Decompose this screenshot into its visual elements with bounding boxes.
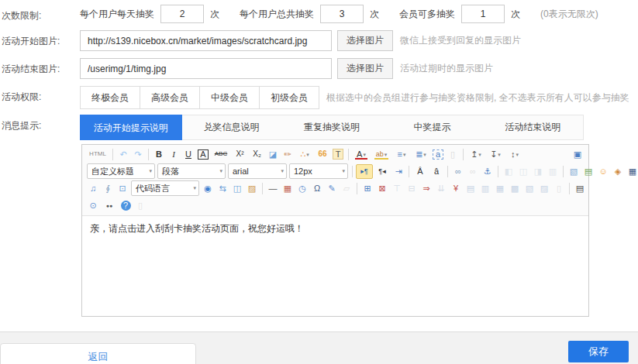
- cell-align-bottom-icon-glyph: ▦: [496, 184, 504, 193]
- message-tab-3[interactable]: 中奖提示: [382, 115, 483, 139]
- line-height-icon[interactable]: ↕▾: [505, 147, 524, 162]
- limit-input-0[interactable]: [160, 5, 204, 23]
- member-level-button-3[interactable]: 初级会员: [259, 87, 319, 108]
- attachment-icon[interactable]: ∮: [101, 181, 115, 196]
- message-tab-1[interactable]: 兑奖信息说明: [181, 115, 282, 139]
- message-tab-2[interactable]: 重复抽奖说明: [281, 115, 382, 139]
- back-button[interactable]: 返回: [0, 343, 196, 364]
- special-chars-icon[interactable]: Ω: [310, 181, 324, 196]
- member-level-button-2[interactable]: 中级会员: [199, 87, 259, 108]
- editor-content[interactable]: 亲，请点击进入刮刮卡抽奖活动页面，祝您好运哦！: [82, 216, 588, 316]
- paste-plain-icon[interactable]: T: [331, 147, 345, 162]
- italic-icon[interactable]: I: [167, 147, 181, 162]
- bold-icon[interactable]: B: [152, 147, 166, 162]
- member-level-button-1[interactable]: 高级会员: [140, 87, 199, 108]
- limit-input-2[interactable]: [461, 5, 505, 23]
- paragraph-spacing-top-icon[interactable]: ↥▾: [467, 147, 485, 162]
- blank-page-icon: ▯: [446, 147, 460, 162]
- strikethrough-icon[interactable]: ABC: [211, 147, 231, 162]
- insert-time-icon[interactable]: ◷: [295, 181, 309, 196]
- member-level-button-0[interactable]: 终极会员: [81, 87, 140, 108]
- eraser-icon[interactable]: ◪: [266, 147, 280, 162]
- autotypeset-icon[interactable]: ∴▾: [295, 147, 314, 162]
- end-image-pick-button[interactable]: 选择图片: [337, 58, 393, 79]
- attachment-icon-glyph: ∮: [105, 184, 110, 193]
- limit-input-1[interactable]: [320, 5, 364, 23]
- superscript-icon[interactable]: X²: [232, 147, 248, 162]
- start-image-input[interactable]: [80, 30, 332, 51]
- insert-date-icon[interactable]: ▦: [281, 181, 295, 196]
- footer: 返回 保存: [0, 331, 638, 364]
- to-lowercase-icon[interactable]: â: [429, 164, 444, 179]
- custom-title-select-value: 自定义标题: [91, 166, 134, 177]
- font-family-select[interactable]: arial▾: [228, 163, 287, 179]
- insert-formula-icon[interactable]: ✎: [325, 181, 339, 196]
- font-color-icon[interactable]: A▾: [352, 147, 371, 162]
- start-image-pick-button[interactable]: 选择图片: [337, 30, 393, 51]
- blank-page-icon-glyph: ▯: [450, 150, 455, 159]
- preview-icon[interactable]: ⊙: [86, 198, 100, 213]
- end-image-input[interactable]: [80, 58, 332, 79]
- indent-icon[interactable]: ⇥: [391, 164, 405, 179]
- emotion-icon[interactable]: ☺: [596, 164, 610, 179]
- paste-plain-icon-glyph: T: [333, 149, 344, 160]
- to-uppercase-icon[interactable]: Â: [412, 164, 428, 179]
- direction-ltr-icon[interactable]: ▸¶: [356, 164, 373, 179]
- ordered-list-icon-glyph: ≡: [398, 150, 402, 159]
- direction-rtl-icon[interactable]: ¶◂: [374, 164, 391, 179]
- search-replace-icon[interactable]: ●●: [101, 198, 118, 213]
- insert-image-icon[interactable]: ▧: [567, 164, 581, 179]
- source-code-icon[interactable]: HTML: [86, 147, 109, 162]
- link-icon[interactable]: ∞: [451, 164, 465, 179]
- merge-cells-icon-glyph: ⊟: [408, 184, 415, 193]
- highlight-color-icon[interactable]: ab▾: [371, 147, 391, 162]
- scrawl-icon-glyph: ◈: [615, 167, 621, 176]
- source-code-icon-glyph: HTML: [89, 151, 106, 157]
- insert-anchor-icon[interactable]: ⚓: [481, 164, 495, 179]
- message-tab-0[interactable]: 活动开始提示说明: [80, 115, 182, 140]
- ordered-list-icon[interactable]: ≡▾: [392, 147, 411, 162]
- chevron-down-icon: ▾: [363, 152, 366, 157]
- print-icon[interactable]: ▤: [573, 181, 587, 196]
- fullscreen-icon[interactable]: ▣: [571, 147, 585, 162]
- insert-code-icon[interactable]: ◉: [201, 181, 215, 196]
- paragraph-spacing-bottom-icon[interactable]: ↧▾: [486, 147, 505, 162]
- horizontal-rule-icon[interactable]: —: [266, 181, 280, 196]
- image-manager-icon[interactable]: ▤: [581, 164, 595, 179]
- scrawl-icon[interactable]: ◈: [611, 164, 625, 179]
- page-break-icon[interactable]: ⇆: [216, 181, 229, 196]
- subscript-icon[interactable]: X₂: [249, 147, 265, 162]
- undo-icon[interactable]: ↶: [116, 147, 130, 162]
- special-chars-icon-glyph: Ω: [314, 184, 320, 193]
- blockquote-icon[interactable]: 66: [315, 147, 330, 162]
- fullscreen-icon-glyph: ▣: [574, 150, 581, 159]
- undo-icon-glyph: ↶: [119, 150, 126, 159]
- underline-icon[interactable]: U: [181, 147, 195, 162]
- insert-table-icon[interactable]: ⊞: [360, 181, 374, 196]
- format-painter-icon[interactable]: ✏: [281, 147, 295, 162]
- background-color-icon[interactable]: ▨: [245, 181, 259, 196]
- delete-table-icon[interactable]: ⊠: [375, 181, 389, 196]
- help-icon[interactable]: ?: [119, 198, 133, 213]
- map-icon[interactable]: ⊡: [116, 181, 129, 196]
- format-painter-icon-glyph: ✏: [284, 150, 291, 159]
- font-border-icon[interactable]: A: [196, 147, 210, 162]
- autotypeset-icon-glyph: ∴: [300, 150, 305, 159]
- unordered-list-icon[interactable]: ≣▾: [412, 147, 430, 162]
- split-cell-icon[interactable]: ¥: [449, 181, 463, 196]
- toolbar-row: ⊙●●?▯: [86, 197, 585, 214]
- insert-formula-icon-glyph: ✎: [328, 184, 335, 193]
- image-align-right-icon: ◨: [531, 164, 545, 179]
- message-tab-4[interactable]: 活动结束说明: [482, 115, 583, 139]
- custom-title-select[interactable]: 自定义标题▾: [87, 163, 155, 179]
- anchor-icon[interactable]: a: [431, 147, 445, 162]
- insert-iframe-icon[interactable]: ◫: [230, 181, 244, 196]
- save-button[interactable]: 保存: [568, 341, 629, 362]
- paragraph-select[interactable]: 段落▾: [157, 163, 226, 179]
- code-language-select[interactable]: 代码语言▾: [131, 180, 199, 196]
- music-icon[interactable]: ♫: [86, 181, 100, 196]
- redo-icon[interactable]: ↷: [131, 147, 145, 162]
- font-size-select[interactable]: 12px▾: [289, 163, 348, 179]
- insert-col-icon[interactable]: ⇒: [419, 181, 433, 196]
- insert-video-icon[interactable]: ▦: [626, 164, 638, 179]
